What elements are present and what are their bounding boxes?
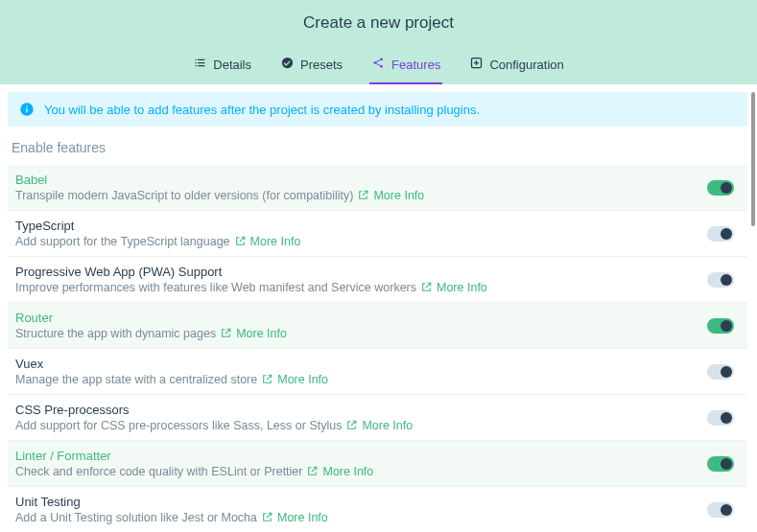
toggle-knob xyxy=(721,320,732,332)
feature-name: CSS Pre-processors xyxy=(15,403,696,417)
list-icon xyxy=(193,56,207,73)
feature-desc: Add support for CSS pre-processors like … xyxy=(15,419,696,432)
external-link-icon xyxy=(261,511,273,523)
feature-name: Progressive Web App (PWA) Support xyxy=(15,265,696,279)
more-info-link[interactable]: More Info xyxy=(322,465,373,478)
feature-row[interactable]: VuexManage the app state with a centrali… xyxy=(8,348,747,394)
feature-toggle[interactable] xyxy=(707,318,734,334)
feature-desc-text: Check and enforce code quality with ESLi… xyxy=(15,465,302,478)
toggle-knob xyxy=(721,412,732,424)
feature-info: CSS Pre-processorsAdd support for CSS pr… xyxy=(15,403,696,432)
more-info-link[interactable]: More Info xyxy=(373,189,424,202)
feature-desc-text: Structure the app with dynamic pages xyxy=(15,327,216,340)
feature-row[interactable]: TypeScriptAdd support for the TypeScript… xyxy=(8,210,747,256)
feature-toggle[interactable] xyxy=(707,502,734,518)
toggle-knob xyxy=(721,458,732,470)
feature-desc: Manage the app state with a centralized … xyxy=(15,373,696,386)
more-info-link[interactable]: More Info xyxy=(437,281,487,294)
feature-info: Unit TestingAdd a Unit Testing solution … xyxy=(15,495,696,524)
feature-info: RouterStructure the app with dynamic pag… xyxy=(15,311,696,340)
feature-name: TypeScript xyxy=(15,219,696,233)
more-info-link[interactable]: More Info xyxy=(277,511,328,524)
info-text: You will be able to add features after t… xyxy=(44,103,480,117)
toggle-knob xyxy=(721,504,732,516)
feature-info: TypeScriptAdd support for the TypeScript… xyxy=(15,219,696,248)
feature-name: Babel xyxy=(15,173,696,187)
content: You will be able to add features after t… xyxy=(0,84,757,532)
more-info-link[interactable]: More Info xyxy=(277,373,328,386)
feature-desc: Add support for the TypeScript languageM… xyxy=(15,235,696,248)
tabs: Details Presets Features Configuration xyxy=(0,50,757,84)
toggle-knob xyxy=(721,182,732,194)
scrollbar[interactable] xyxy=(751,92,755,226)
feature-row[interactable]: RouterStructure the app with dynamic pag… xyxy=(8,302,747,348)
share-icon xyxy=(371,56,386,73)
feature-toggle[interactable] xyxy=(707,364,734,380)
svg-rect-7 xyxy=(26,105,27,106)
toggle-knob xyxy=(721,274,732,286)
feature-info: Progressive Web App (PWA) SupportImprove… xyxy=(15,265,696,294)
more-info-link[interactable]: More Info xyxy=(362,419,413,432)
info-icon xyxy=(19,102,35,117)
feature-info: Linter / FormatterCheck and enforce code… xyxy=(15,449,696,478)
tab-label: Details xyxy=(213,58,251,72)
feature-desc-text: Add a Unit Testing solution like Jest or… xyxy=(15,511,257,524)
external-link-icon xyxy=(234,235,247,247)
feature-desc: Check and enforce code quality with ESLi… xyxy=(15,465,696,478)
external-link-icon xyxy=(220,327,232,339)
tab-label: Presets xyxy=(300,58,343,72)
feature-desc-text: Manage the app state with a centralized … xyxy=(15,373,257,386)
feature-desc: Structure the app with dynamic pagesMore… xyxy=(15,327,696,340)
feature-info: VuexManage the app state with a centrali… xyxy=(15,357,696,386)
external-link-icon xyxy=(261,373,273,385)
feature-desc: Improve performances with features like … xyxy=(15,281,696,294)
external-link-icon xyxy=(420,281,433,293)
feature-desc: Transpile modern JavaScript to older ver… xyxy=(15,189,696,202)
feature-desc-text: Transpile modern JavaScript to older ver… xyxy=(15,189,353,202)
info-banner: You will be able to add features after t… xyxy=(8,92,747,127)
svg-point-0 xyxy=(282,58,293,68)
svg-rect-6 xyxy=(26,108,27,113)
feature-row[interactable]: Progressive Web App (PWA) SupportImprove… xyxy=(8,256,747,302)
external-link-icon xyxy=(357,189,369,201)
tab-configuration[interactable]: Configuration xyxy=(467,50,565,84)
feature-desc-text: Improve performances with features like … xyxy=(15,281,416,294)
tab-features[interactable]: Features xyxy=(369,50,442,84)
check-circle-icon xyxy=(280,56,295,73)
feature-desc-text: Add support for the TypeScript language xyxy=(15,235,230,248)
feature-name: Vuex xyxy=(15,357,696,371)
feature-row[interactable]: BabelTranspile modern JavaScript to olde… xyxy=(8,165,747,210)
feature-desc-text: Add support for CSS pre-processors like … xyxy=(15,419,342,432)
section-title: Enable features xyxy=(8,127,747,165)
external-link-icon xyxy=(306,465,319,477)
more-info-link[interactable]: More Info xyxy=(236,327,287,340)
tab-label: Features xyxy=(391,58,440,72)
feature-name: Router xyxy=(15,311,696,325)
more-info-link[interactable]: More Info xyxy=(250,235,301,248)
feature-row[interactable]: Unit TestingAdd a Unit Testing solution … xyxy=(8,486,747,532)
tab-label: Configuration xyxy=(489,58,563,72)
feature-row[interactable]: CSS Pre-processorsAdd support for CSS pr… xyxy=(8,394,747,440)
feature-info: BabelTranspile modern JavaScript to olde… xyxy=(15,173,696,202)
header: Create a new project Details Presets Fea… xyxy=(0,0,757,84)
tab-presets[interactable]: Presets xyxy=(278,50,344,84)
feature-row[interactable]: Linter / FormatterCheck and enforce code… xyxy=(8,440,747,486)
feature-toggle[interactable] xyxy=(707,410,734,426)
page-title: Create a new project xyxy=(0,13,757,50)
feature-name: Linter / Formatter xyxy=(15,449,696,463)
feature-name: Unit Testing xyxy=(15,495,696,509)
tab-details[interactable]: Details xyxy=(191,50,253,84)
feature-toggle[interactable] xyxy=(707,226,734,242)
feature-toggle[interactable] xyxy=(707,180,734,196)
feature-toggle[interactable] xyxy=(707,456,734,472)
feature-desc: Add a Unit Testing solution like Jest or… xyxy=(15,511,696,524)
toggle-knob xyxy=(721,228,732,240)
plus-box-icon xyxy=(469,56,484,73)
feature-toggle[interactable] xyxy=(707,272,734,288)
external-link-icon xyxy=(345,419,358,431)
features-list: BabelTranspile modern JavaScript to olde… xyxy=(8,165,747,532)
toggle-knob xyxy=(721,366,732,378)
